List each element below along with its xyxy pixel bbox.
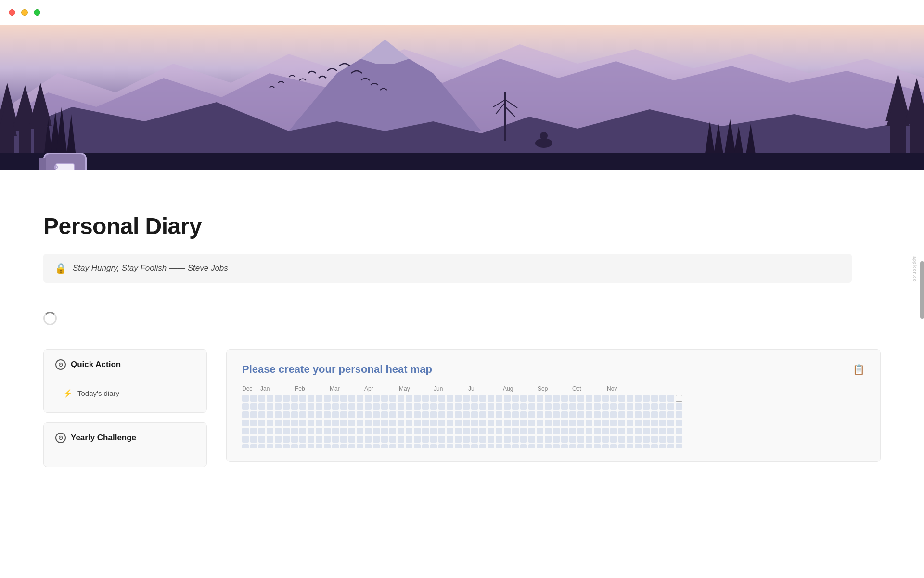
heatmap-cell[interactable] [373,395,380,402]
heatmap-cell[interactable] [324,403,331,410]
heatmap-cell[interactable] [324,395,331,402]
heatmap-cell[interactable] [299,403,306,410]
heatmap-cell[interactable] [291,395,298,402]
heatmap-cell[interactable] [283,436,290,443]
heatmap-cell[interactable] [594,411,601,418]
heatmap-cell[interactable] [332,411,339,418]
heatmap-cell[interactable] [340,436,347,443]
heatmap-cell[interactable] [643,420,650,426]
heatmap-cell[interactable] [357,420,363,426]
heatmap-cell[interactable] [348,428,355,434]
heatmap-cell[interactable] [299,444,306,448]
heatmap-cell[interactable] [479,411,486,418]
heatmap-cell[interactable] [602,411,609,418]
heatmap-cell[interactable] [504,420,511,426]
heatmap-cell[interactable] [381,403,388,410]
heatmap-cell[interactable] [520,403,527,410]
heatmap-cell[interactable] [291,403,298,410]
heatmap-cell[interactable] [561,403,568,410]
heatmap-cell[interactable] [357,411,363,418]
heatmap-cell[interactable] [324,444,331,448]
heatmap-cell[interactable] [602,428,609,434]
heatmap-cell[interactable] [308,395,314,402]
heatmap-cell[interactable] [242,411,249,418]
heatmap-cell[interactable] [398,420,404,426]
heatmap-cell[interactable] [545,403,552,410]
heatmap-cell[interactable] [365,411,372,418]
heatmap-cell[interactable] [316,444,322,448]
heatmap-cell[interactable] [676,436,682,443]
heatmap-cell[interactable] [398,395,404,402]
heatmap-cell[interactable] [578,444,584,448]
heatmap-cell[interactable] [430,420,437,426]
heatmap-cell[interactable] [414,395,421,402]
heatmap-cell[interactable] [373,420,380,426]
heatmap-cell[interactable] [479,444,486,448]
heatmap-cell[interactable] [635,411,642,418]
heatmap-cell[interactable] [275,428,282,434]
heatmap-cell[interactable] [340,420,347,426]
heatmap-cell[interactable] [610,420,617,426]
heatmap-cell[interactable] [316,403,322,410]
heatmap-cell[interactable] [267,428,273,434]
heatmap-cell[interactable] [463,444,470,448]
heatmap-cell[interactable] [627,436,633,443]
heatmap-cell[interactable] [258,403,265,410]
heatmap-cell[interactable] [438,403,445,410]
heatmap-cell[interactable] [308,444,314,448]
heatmap-cell[interactable] [267,411,273,418]
heatmap-cell[interactable] [479,395,486,402]
heatmap-cell[interactable] [504,403,511,410]
heatmap-cell[interactable] [275,403,282,410]
heatmap-cell[interactable] [463,411,470,418]
heatmap-cell[interactable] [348,444,355,448]
heatmap-cell[interactable] [422,444,429,448]
heatmap-cell[interactable] [643,395,650,402]
heatmap-cell[interactable] [667,395,674,402]
heatmap-cell[interactable] [340,395,347,402]
heatmap-cell[interactable] [340,403,347,410]
heatmap-cell[interactable] [667,403,674,410]
heatmap-cell[interactable] [258,436,265,443]
heatmap-cell[interactable] [365,428,372,434]
heatmap-cell[interactable] [406,436,412,443]
heatmap-cell[interactable] [308,411,314,418]
heatmap-cell[interactable] [291,420,298,426]
heatmap-cell[interactable] [242,444,249,448]
heatmap-cell[interactable] [594,395,601,402]
heatmap-cell[interactable] [569,395,576,402]
heatmap-cell[interactable] [258,428,265,434]
heatmap-cell[interactable] [528,444,535,448]
heatmap-cell[interactable] [365,436,372,443]
heatmap-cell[interactable] [512,411,519,418]
heatmap-cell[interactable] [676,403,682,410]
heatmap-cell[interactable] [324,420,331,426]
heatmap-cell[interactable] [365,444,372,448]
heatmap-cell[interactable] [504,395,511,402]
heatmap-cell[interactable] [553,420,560,426]
heatmap-cell[interactable] [496,411,502,418]
heatmap-cell[interactable] [430,411,437,418]
heatmap-cell[interactable] [528,395,535,402]
heatmap-cell[interactable] [635,403,642,410]
heatmap-cell[interactable] [414,411,421,418]
heatmap-cell[interactable] [635,444,642,448]
heatmap-cell[interactable] [651,436,658,443]
heatmap-cell[interactable] [447,420,453,426]
heatmap-cell[interactable] [545,420,552,426]
heatmap-cell[interactable] [340,444,347,448]
heatmap-cell[interactable] [504,444,511,448]
heatmap-cell[interactable] [275,444,282,448]
heatmap-cell[interactable] [438,420,445,426]
heatmap-cell[interactable] [537,436,543,443]
heatmap-cell[interactable] [365,420,372,426]
heatmap-cell[interactable] [438,395,445,402]
heatmap-cell[interactable] [332,420,339,426]
heatmap-cell[interactable] [267,403,273,410]
heatmap-cell[interactable] [496,428,502,434]
heatmap-cell[interactable] [332,428,339,434]
heatmap-cell[interactable] [242,403,249,410]
heatmap-cell[interactable] [398,428,404,434]
heatmap-cell[interactable] [651,403,658,410]
heatmap-cell[interactable] [438,444,445,448]
